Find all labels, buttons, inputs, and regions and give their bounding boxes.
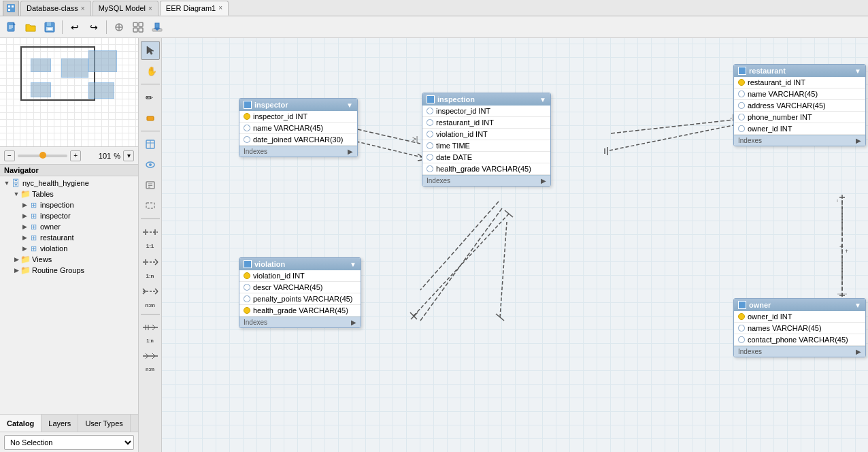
tree-item-violation[interactable]: ▶ ⊞ violation: [1, 243, 137, 254]
footer-arrow[interactable]: ▶: [541, 177, 546, 184]
key-icon: [244, 113, 250, 120]
view-tool[interactable]: [141, 155, 160, 174]
open-button[interactable]: [22, 18, 39, 36]
table-tool[interactable]: [141, 135, 160, 154]
zoom-dropdown[interactable]: ▾: [123, 150, 134, 161]
table-inspection[interactable]: inspection ▼ inspector_id INT restaurant…: [422, 93, 551, 187]
layer-tool[interactable]: [141, 196, 160, 215]
rel-non-ident-tool[interactable]: [141, 318, 160, 337]
zoom-in-button[interactable]: +: [70, 150, 81, 161]
table-icon: ⊞: [29, 211, 38, 221]
nav-table-5: [88, 82, 114, 99]
tab-layers[interactable]: Layers: [41, 415, 78, 432]
restaurant-footer[interactable]: Indexes ▶: [734, 135, 865, 146]
inspection-header[interactable]: inspection ▼: [422, 93, 550, 106]
table-restaurant[interactable]: restaurant ▼ restaurant_id INT name VARC…: [733, 64, 866, 146]
tab-user-types[interactable]: User Types: [78, 415, 130, 432]
table-owner[interactable]: owner ▼ owner_id INT names VARCHAR(45) c…: [733, 298, 866, 357]
tree-root[interactable]: ▼ 🗄 nyc_health_hygiene: [1, 178, 137, 189]
tree-expand-root[interactable]: ▼: [3, 179, 11, 187]
owner-expand[interactable]: ▼: [854, 302, 861, 309]
select-tool[interactable]: [141, 41, 160, 60]
violation-footer[interactable]: Indexes ▶: [239, 317, 361, 327]
eraser-tool[interactable]: [141, 108, 160, 127]
footer-arrow[interactable]: ▶: [856, 137, 861, 144]
save-button[interactable]: [41, 18, 59, 36]
tree-routines-folder[interactable]: ▶ 📁 Routine Groups: [1, 265, 137, 276]
properties-button[interactable]: [110, 18, 128, 36]
zoom-slider[interactable]: [18, 155, 67, 157]
restaurant-header[interactable]: restaurant ▼: [734, 65, 865, 77]
footer-arrow[interactable]: ▶: [348, 148, 353, 155]
tree-tables-folder[interactable]: ▼ 📁 Tables: [1, 189, 137, 199]
tree-item-inspector[interactable]: ▶ ⊞ inspector: [1, 210, 137, 221]
violation-expand[interactable]: ▼: [350, 261, 356, 268]
folder-icon: 📁: [20, 255, 30, 264]
tab-catalog[interactable]: Catalog: [0, 415, 41, 432]
tab-close[interactable]: ×: [218, 4, 222, 12]
svg-rect-26: [147, 116, 154, 120]
rel-1-1-tool[interactable]: [141, 223, 160, 242]
inspector-header[interactable]: inspector ▼: [239, 99, 357, 111]
redo-button[interactable]: ↪: [85, 18, 103, 36]
violation-header[interactable]: violation ▼: [239, 258, 361, 270]
diamond-icon: [425, 164, 435, 174]
zoom-thumb[interactable]: [39, 152, 46, 159]
tree-expand-i4[interactable]: ▶: [20, 233, 29, 242]
tree-expand-i1[interactable]: ▶: [20, 201, 29, 209]
tree-item-owner[interactable]: ▶ ⊞ owner: [1, 221, 137, 232]
restaurant-expand[interactable]: ▼: [854, 67, 861, 75]
canvas[interactable]: || >| -||- +: [162, 38, 868, 452]
violation-field-1: descr VARCHAR(45): [239, 282, 361, 293]
pen-tool[interactable]: ✏: [141, 88, 160, 107]
home-tab[interactable]: [3, 1, 19, 16]
tab-database-class[interactable]: Database-class ×: [20, 1, 91, 16]
tree-expand-routines[interactable]: ▶: [12, 266, 20, 274]
svg-line-89: [496, 314, 504, 321]
table-inspector[interactable]: inspector ▼ inspector_id INT name VARCHA…: [239, 98, 358, 157]
inspector-expand[interactable]: ▼: [346, 101, 353, 109]
tool-sep-3: [141, 219, 160, 219]
footer-arrow[interactable]: ▶: [351, 319, 356, 326]
tree-views-folder[interactable]: ▶ 📁 Views: [1, 254, 137, 265]
toolbar: ↩ ↪: [0, 16, 868, 38]
tree-item-inspection[interactable]: ▶ ⊞ inspection: [1, 199, 137, 210]
tree-item-restaurant[interactable]: ▶ ⊞ restaurant: [1, 232, 137, 243]
new-button[interactable]: [3, 18, 20, 36]
rel-n-m-tool[interactable]: [141, 282, 160, 301]
owner-header[interactable]: owner ▼: [734, 299, 865, 311]
rel-n-m-wrap: n:m: [141, 282, 160, 309]
inspection-expand[interactable]: ▼: [539, 96, 546, 103]
rel-1-n-tool[interactable]: [141, 253, 160, 272]
tab-mysql-model[interactable]: MySQL Model ×: [93, 1, 158, 16]
rel-non-spec-tool[interactable]: [141, 346, 160, 366]
tab-eer-diagram[interactable]: EER Diagram1 ×: [160, 1, 229, 16]
undo-button[interactable]: ↩: [66, 18, 84, 36]
export-button[interactable]: [148, 18, 166, 36]
tree-expand-tables[interactable]: ▼: [12, 190, 20, 198]
tree-expand-views[interactable]: ▶: [12, 255, 20, 263]
footer-arrow[interactable]: ▶: [856, 348, 861, 355]
snap-button[interactable]: [129, 18, 147, 36]
owner-footer[interactable]: Indexes ▶: [734, 346, 865, 357]
rel-non-spec-wrap: n:m: [141, 346, 160, 372]
tab-close[interactable]: ×: [81, 5, 85, 12]
selection-dropdown[interactable]: No Selection: [4, 435, 134, 450]
restaurant-field-3: phone_number INT: [734, 112, 865, 123]
inspection-footer[interactable]: Indexes ▶: [422, 175, 550, 186]
table-violation[interactable]: violation ▼ violation_id INT descr VARCH…: [239, 257, 361, 328]
field-name: owner_id INT: [748, 312, 792, 321]
tree-expand-i2[interactable]: ▶: [20, 212, 29, 220]
routine-tool[interactable]: [141, 176, 160, 195]
tree-expand-i3[interactable]: ▶: [20, 223, 29, 231]
tree-area[interactable]: ▼ 🗄 nyc_health_hygiene ▼ 📁 Tables ▶ ⊞ in…: [0, 176, 138, 414]
pan-tool[interactable]: ✋: [141, 61, 160, 80]
tree-expand-i5[interactable]: ▶: [20, 244, 29, 253]
violation-title: violation: [254, 260, 285, 268]
indexes-label: Indexes: [427, 177, 450, 184]
restaurant-title: restaurant: [749, 67, 786, 75]
tab-close[interactable]: ×: [148, 5, 152, 12]
zoom-out-button[interactable]: −: [4, 150, 15, 161]
inspector-footer[interactable]: Indexes ▶: [239, 146, 357, 157]
diamond-icon: [242, 135, 252, 144]
